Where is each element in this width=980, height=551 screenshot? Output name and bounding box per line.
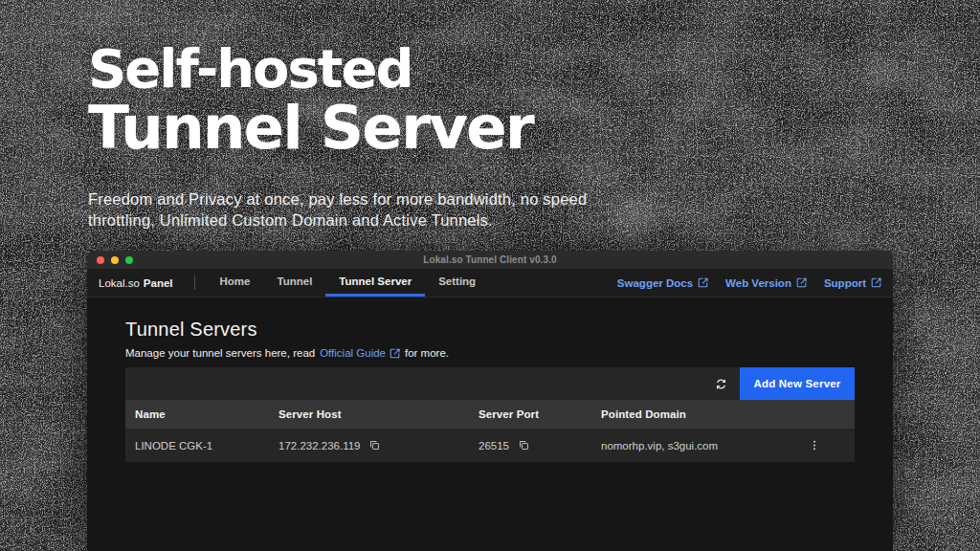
support-label: Support bbox=[824, 277, 866, 289]
copy-icon bbox=[519, 440, 529, 451]
row-overflow-menu-button[interactable] bbox=[807, 439, 822, 452]
hero-description: Freedom and Privacy at once, pay less fo… bbox=[88, 188, 648, 231]
page-content: Tunnel Servers Manage your tunnel server… bbox=[87, 298, 893, 462]
brand-suffix: Panel bbox=[144, 277, 173, 289]
swagger-docs-link[interactable]: Swagger Docs bbox=[617, 277, 708, 289]
swagger-docs-label: Swagger Docs bbox=[617, 277, 693, 289]
external-link-icon bbox=[698, 277, 708, 288]
tab-tunnel[interactable]: Tunnel bbox=[263, 269, 325, 297]
external-link-icon bbox=[390, 348, 400, 359]
server-host-cell: 172.232.236.119 bbox=[269, 440, 469, 452]
window-title: Lokal.so Tunnel Client v0.3.0 bbox=[87, 254, 893, 265]
page-description-suffix: for more. bbox=[405, 347, 449, 359]
row-actions-cell bbox=[797, 439, 855, 452]
server-port-cell: 26515 bbox=[469, 440, 591, 452]
app-window: Lokal.so Tunnel Client v0.3.0 Lokal.so P… bbox=[87, 251, 893, 551]
server-port-value: 26515 bbox=[479, 440, 509, 452]
tab-setting[interactable]: Setting bbox=[425, 269, 489, 297]
window-titlebar: Lokal.so Tunnel Client v0.3.0 bbox=[87, 251, 893, 269]
column-header-server-port: Server Port bbox=[469, 408, 591, 420]
tab-tunnel-server[interactable]: Tunnel Server bbox=[325, 269, 425, 297]
nav-divider bbox=[194, 276, 195, 290]
column-header-name: Name bbox=[125, 408, 269, 420]
brand-name: Lokal.so bbox=[99, 277, 140, 289]
official-guide-link[interactable]: Official Guide bbox=[320, 347, 400, 359]
page-description-prefix: Manage your tunnel servers here, read bbox=[125, 347, 315, 359]
kebab-menu-icon bbox=[809, 439, 820, 452]
column-header-pointed-domain: Pointed Domain bbox=[591, 408, 797, 420]
refresh-icon bbox=[715, 378, 727, 390]
server-name-cell: LINODE CGK-1 bbox=[125, 440, 269, 452]
hero: Self-hosted Tunnel Server Freedom and Pr… bbox=[88, 42, 681, 231]
app-navbar: Lokal.so Panel Home Tunnel Tunnel Server… bbox=[87, 269, 893, 298]
copy-icon bbox=[369, 440, 380, 451]
web-version-label: Web Version bbox=[725, 277, 791, 289]
table-toolbar: Add New Server bbox=[125, 367, 855, 400]
hero-title-line2: Tunnel Server bbox=[88, 98, 681, 158]
copy-host-button[interactable] bbox=[369, 440, 380, 451]
pointed-domain-cell: nomorhp.vip, s3gui.com bbox=[591, 440, 797, 452]
column-header-server-host: Server Host bbox=[269, 408, 469, 420]
table-header-row: Name Server Host Server Port Pointed Dom… bbox=[125, 400, 855, 429]
refresh-button[interactable] bbox=[702, 367, 740, 400]
table-row: LINODE CGK-1 172.232.236.119 26515 nomor… bbox=[125, 429, 855, 462]
hero-title: Self-hosted Tunnel Server bbox=[88, 42, 681, 158]
support-link[interactable]: Support bbox=[824, 277, 881, 289]
nav-tabs: Home Tunnel Tunnel Server Setting bbox=[207, 269, 490, 297]
copy-port-button[interactable] bbox=[519, 440, 529, 451]
external-link-icon bbox=[796, 277, 807, 288]
nav-links: Swagger Docs Web Version Support bbox=[617, 269, 881, 297]
add-new-server-button[interactable]: Add New Server bbox=[740, 367, 855, 400]
web-version-link[interactable]: Web Version bbox=[725, 277, 807, 289]
brand: Lokal.so Panel bbox=[99, 269, 173, 297]
server-host-value: 172.232.236.119 bbox=[278, 440, 360, 452]
page-description: Manage your tunnel servers here, read Of… bbox=[125, 347, 855, 359]
tab-home[interactable]: Home bbox=[207, 269, 264, 297]
external-link-icon bbox=[871, 277, 881, 288]
page-title: Tunnel Servers bbox=[125, 319, 855, 341]
official-guide-label: Official Guide bbox=[320, 347, 386, 359]
hero-title-line1: Self-hosted bbox=[88, 42, 681, 96]
